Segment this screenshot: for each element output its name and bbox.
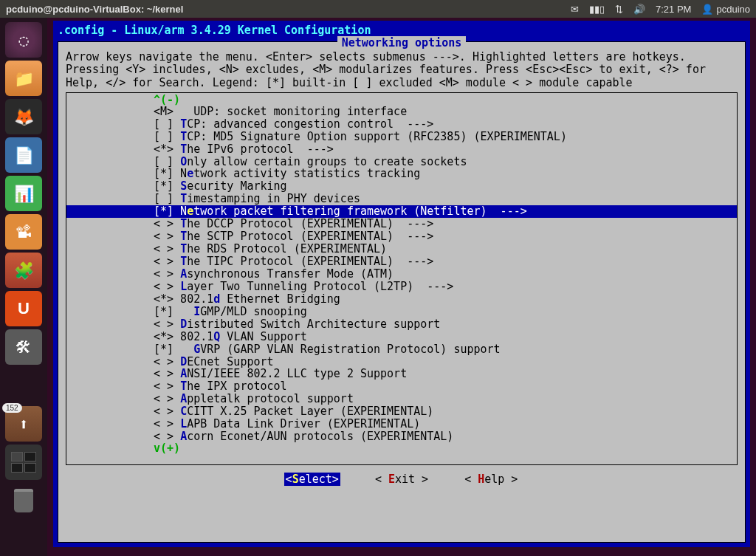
menuconfig-option[interactable]: [ ] TCP: MD5 Signature Option support (R… <box>66 131 737 143</box>
menuconfig-option[interactable]: < > Appletalk protocol support <box>66 393 737 405</box>
menuconfig-dialog: Networking options Arrow keys navigate t… <box>58 41 746 543</box>
user-name: pcduino <box>716 4 750 15</box>
menuconfig-option[interactable]: [*] IGMP/MLD snooping <box>66 306 737 318</box>
unity-top-panel: pcduino@pcduino-VirtualBox: ~/kernel ✉ ▮… <box>0 0 756 18</box>
menuconfig-option[interactable]: < > The TIPC Protocol (EXPERIMENTAL) ---… <box>66 255 737 268</box>
menuconfig-option[interactable]: < > The IPX protocol <box>66 380 737 393</box>
ubuntu-one-icon[interactable]: U <box>5 291 42 326</box>
help-button[interactable]: < Help > <box>463 473 519 486</box>
libreoffice-writer-icon[interactable]: 📄 <box>5 137 42 173</box>
menuconfig-section-title: Networking options <box>66 36 738 49</box>
menuconfig-screen[interactable]: .config - Linux/arm 3.4.29 Kernel Config… <box>53 21 750 547</box>
menuconfig-option[interactable]: <M> UDP: socket monitoring interface <box>66 106 737 118</box>
terminal-window: .config - Linux/arm 3.4.29 Kernel Config… <box>47 18 756 556</box>
software-center-icon[interactable]: 🧩 <box>5 253 42 288</box>
unity-launcher: ◌ 📁 🦊 📄 📊 📽 🧩 U 🛠 152 ⬆ <box>0 18 47 556</box>
workspace-switcher-icon[interactable] <box>5 445 42 480</box>
dash-icon[interactable]: ◌ <box>5 22 42 58</box>
menuconfig-option[interactable]: < > The RDS Protocol (EXPERIMENTAL) <box>66 243 737 255</box>
menuconfig-option[interactable]: < > LAPB Data Link Driver (EXPERIMENTAL) <box>66 418 737 430</box>
updates-badge: 152 <box>2 403 22 413</box>
user-icon: 👤 <box>701 4 713 15</box>
menuconfig-option[interactable]: [ ] TCP: advanced congestion control ---… <box>66 118 737 131</box>
system-settings-icon[interactable]: 🛠 <box>5 329 42 365</box>
indicator-area: ✉ ▮▮▯ ⇅ 🔊 7:21 PM 👤 pcduino <box>571 4 750 15</box>
scroll-up-indicator: ^(-) <box>66 95 737 106</box>
menuconfig-option[interactable]: < > The DCCP Protocol (EXPERIMENTAL) ---… <box>66 218 737 230</box>
trash-icon[interactable] <box>5 483 42 518</box>
menuconfig-help-text: Arrow keys navigate the menu. <Enter> se… <box>66 51 738 89</box>
menuconfig-title: .config - Linux/arm 3.4.29 Kernel Config… <box>53 21 750 37</box>
menuconfig-option[interactable]: < > The SCTP Protocol (EXPERIMENTAL) ---… <box>66 230 737 243</box>
software-updater-icon[interactable]: 152 ⬆ <box>5 406 42 442</box>
menuconfig-option[interactable]: < > Layer Two Tunneling Protocol (L2TP) … <box>66 281 737 293</box>
menuconfig-option[interactable]: [*] Security Marking <box>66 180 737 193</box>
menuconfig-option[interactable]: [*] GVRP (GARP VLAN Registration Protoco… <box>66 343 737 356</box>
mail-icon[interactable]: ✉ <box>571 4 579 15</box>
menuconfig-option[interactable]: < > ANSI/IEEE 802.2 LLC type 2 Support <box>66 368 737 380</box>
menuconfig-option-list[interactable]: ^(-) <M> UDP: socket monitoring interfac… <box>66 92 738 465</box>
menuconfig-option[interactable]: [ ] Only allow certain groups to create … <box>66 156 737 168</box>
menuconfig-option[interactable]: < > DECnet Support <box>66 356 737 368</box>
menuconfig-option[interactable]: [*] Network activity statistics tracking <box>66 168 737 180</box>
select-button[interactable]: <Select> <box>284 473 340 486</box>
menuconfig-option[interactable]: < > Asynchronous Transfer Mode (ATM) <box>66 268 737 281</box>
exit-button[interactable]: < Exit > <box>374 473 430 486</box>
files-icon[interactable]: 📁 <box>5 61 42 96</box>
menuconfig-option[interactable]: < > CCITT X.25 Packet Layer (EXPERIMENTA… <box>66 405 737 418</box>
network-icon[interactable]: ⇅ <box>615 4 623 15</box>
session-menu[interactable]: 👤 pcduino <box>701 4 750 15</box>
firefox-icon[interactable]: 🦊 <box>5 99 42 134</box>
menuconfig-option[interactable]: <*> 802.1d Ethernet Bridging <box>66 293 737 306</box>
scroll-down-indicator: v(+) <box>66 443 737 454</box>
menuconfig-option[interactable]: < > Distributed Switch Architecture supp… <box>66 318 737 331</box>
libreoffice-impress-icon[interactable]: 📽 <box>5 214 42 250</box>
menuconfig-option[interactable]: [ ] Timestamping in PHY devices <box>66 193 737 205</box>
sound-icon[interactable]: 🔊 <box>633 4 645 15</box>
menuconfig-option[interactable]: [*] Network packet filtering framework (… <box>66 205 737 218</box>
window-title: pcduino@pcduino-VirtualBox: ~/kernel <box>6 4 571 15</box>
clock[interactable]: 7:21 PM <box>656 4 691 15</box>
battery-icon[interactable]: ▮▮▯ <box>589 4 605 15</box>
menuconfig-option[interactable]: <*> The IPv6 protocol ---> <box>66 143 737 156</box>
menuconfig-option[interactable]: <*> 802.1Q VLAN Support <box>66 331 737 343</box>
menuconfig-button-bar: <Select> < Exit > < Help > <box>66 473 738 486</box>
libreoffice-calc-icon[interactable]: 📊 <box>5 176 42 211</box>
